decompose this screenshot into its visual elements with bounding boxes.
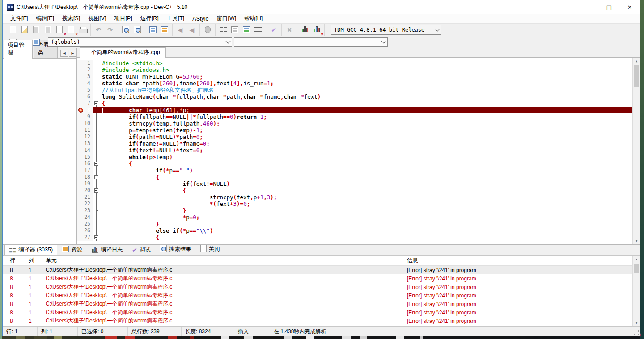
fold-margin[interactable] [93, 194, 99, 201]
menu-item-7[interactable]: 工具[T] [163, 14, 189, 23]
fold-margin[interactable] [93, 227, 99, 234]
code-line-12[interactable]: 12 if(path!=NULL)*path=0; [77, 134, 632, 140]
code-line-8[interactable]: 8✕ char temp[461],*p; [77, 107, 632, 113]
code-line-2[interactable]: 2#include <windows.h> [77, 67, 632, 73]
compiler-dropdown[interactable]: TDM-GCC 4.8.1 64-bit Release [331, 25, 441, 35]
tab-scroll-left-icon[interactable]: ◀ [60, 50, 68, 57]
back-button[interactable]: ◀ [174, 25, 186, 35]
code-line-21[interactable]: 21 strncpy(fext,p+1,3); [77, 194, 632, 201]
fold-margin[interactable] [93, 140, 99, 147]
title-bar[interactable]: C:\Users\大狸子\Desktop\一个简单的worm病毒程序.cpp -… [3, 0, 640, 14]
error-row[interactable]: 81C:\Users\大狸子\Desktop\一个简单的worm病毒程序.c[E… [3, 300, 632, 308]
members-dropdown[interactable] [234, 37, 388, 47]
close-tab-button[interactable]: ✕ [200, 245, 207, 254]
fold-collapse-icon[interactable] [94, 101, 98, 105]
code-line-6[interactable]: 6long SpliteName(char *fullpath,char *pa… [77, 93, 632, 100]
code-line-13[interactable]: 13 if(fname!=NULL)*fname=0; [77, 140, 632, 147]
close-button[interactable]: ✕ [619, 0, 640, 14]
code-line-27[interactable]: 27 { [77, 234, 632, 241]
report-tab-resources[interactable]: 资源 [57, 244, 87, 255]
fold-margin[interactable] [93, 60, 99, 67]
float-report-button[interactable] [159, 25, 170, 35]
error-row[interactable]: 81C:\Users\大狸子\Desktop\一个简单的worm病毒程序.c[E… [3, 283, 632, 291]
fold-margin[interactable] [93, 147, 99, 154]
compile-run-button[interactable] [241, 25, 252, 35]
find-button[interactable] [120, 25, 131, 35]
code-line-15[interactable]: 15 while(p>temp) [77, 154, 632, 160]
debug-tab-button[interactable]: ✔ [132, 247, 137, 254]
minimize-button[interactable]: — [578, 0, 599, 14]
editor-scrollbar-thumb[interactable] [634, 65, 639, 87]
code-line-25[interactable]: 25 } [77, 221, 632, 227]
error-row[interactable]: 81C:\Users\大狸子\Desktop\一个简单的worm病毒程序.c[E… [3, 317, 632, 325]
code-line-1[interactable]: 1#include <stdio.h> [77, 60, 632, 67]
search-results-tab-button[interactable] [160, 245, 167, 254]
fold-collapse-icon[interactable] [94, 175, 98, 179]
menu-item-2[interactable]: 编辑[E] [32, 14, 58, 23]
fold-margin[interactable] [93, 214, 99, 221]
compile-button[interactable] [217, 25, 229, 35]
editor-tab[interactable]: 一个简单的worm病毒程序.cpp [80, 47, 166, 58]
project-panel-body[interactable] [3, 58, 76, 244]
menu-item-9[interactable]: 窗口[W] [213, 14, 241, 23]
error-table-scrollbar[interactable]: ▲ ▼ [632, 256, 640, 326]
maximize-button[interactable]: □ [599, 0, 619, 14]
fold-collapse-icon[interactable] [94, 235, 98, 239]
fold-margin[interactable] [93, 120, 99, 127]
close-all-button[interactable]: ✕ [65, 25, 77, 35]
code-line-19[interactable]: 19 if(fext!=NULL) [77, 180, 632, 187]
scroll-up-icon[interactable]: ▲ [633, 256, 640, 263]
fold-margin[interactable] [93, 167, 99, 174]
tab-scroll-right-icon[interactable]: ▶ [69, 50, 76, 57]
project-window-button[interactable] [147, 25, 159, 35]
code-line-5[interactable]: 5//从fullpath中得到路径和文件名、扩展名 [77, 87, 632, 93]
fold-margin[interactable] [93, 154, 99, 160]
code-line-26[interactable]: 26 else if(*p=="\\") [77, 227, 632, 234]
fold-margin[interactable] [93, 80, 99, 87]
redo-button[interactable]: ↷ [104, 25, 116, 35]
menu-item-8[interactable]: AStyle [188, 15, 212, 23]
resources-tab-button[interactable] [62, 246, 69, 254]
column-header-col[interactable]: 列 [21, 257, 38, 264]
compile-log-tab-button[interactable] [91, 247, 98, 253]
code-line-18[interactable]: 18 { [77, 174, 632, 180]
save-all-button[interactable] [42, 25, 54, 35]
run-button[interactable] [229, 25, 241, 35]
fold-margin[interactable] [93, 107, 99, 113]
abort-compile-button[interactable]: ✖ [284, 25, 295, 35]
code-line-11[interactable]: 11 p=temp+strlen(temp)-1; [77, 127, 632, 134]
menu-item-5[interactable]: 项目[P] [110, 14, 136, 23]
close-file-button[interactable]: ✕ [54, 25, 65, 35]
report-tab-compiler[interactable]: 编译器 (3035) [4, 244, 57, 255]
new-file-button[interactable] [7, 25, 19, 35]
report-tab-search-results[interactable]: 搜索结果 [155, 243, 196, 255]
forward-button[interactable]: ◀ [186, 25, 198, 35]
error-row[interactable]: 81C:\Users\大狸子\Desktop\一个简单的worm病毒程序.c[E… [3, 266, 632, 274]
fold-collapse-icon[interactable] [94, 162, 98, 166]
code-line-4[interactable]: 4static char fpath[260],fname[260],fext[… [77, 80, 632, 87]
code-line-16[interactable]: 16 { [77, 160, 632, 167]
panel-tab-project[interactable]: 项目管理 [4, 40, 33, 59]
menu-item-1[interactable]: 文件[F] [6, 14, 32, 23]
menu-item-4[interactable]: 视图[V] [84, 14, 110, 23]
code-line-7[interactable]: 7{ [77, 100, 632, 107]
code-editor[interactable]: 1#include <stdio.h>2#include <windows.h>… [77, 58, 640, 244]
fold-margin[interactable] [93, 221, 99, 227]
profile-button[interactable] [299, 25, 311, 35]
report-tab-close[interactable]: ✕关闭 [196, 243, 225, 255]
scroll-down-icon[interactable]: ▼ [633, 320, 640, 326]
report-tab-compile-log[interactable]: 编译日志 [87, 244, 127, 255]
error-row[interactable]: 81C:\Users\大狸子\Desktop\一个简单的worm病毒程序.c[E… [3, 274, 632, 283]
fold-collapse-icon[interactable] [94, 188, 98, 193]
code-line-17[interactable]: 17 if(*p==".") [77, 167, 632, 174]
fold-margin[interactable] [93, 207, 99, 214]
code-line-23[interactable]: 23 } [77, 207, 632, 214]
error-row[interactable]: 81C:\Users\大狸子\Desktop\一个简单的worm病毒程序.c[E… [3, 291, 632, 300]
print-button[interactable] [77, 25, 89, 35]
rebuild-button[interactable] [252, 25, 264, 35]
fold-margin[interactable] [93, 73, 99, 80]
code-line-20[interactable]: 20 { [77, 187, 632, 194]
replace-button[interactable] [131, 25, 143, 35]
save-button[interactable] [30, 25, 42, 35]
code-line-3[interactable]: 3static UINT MYFILELon_G=53760; [77, 73, 632, 80]
